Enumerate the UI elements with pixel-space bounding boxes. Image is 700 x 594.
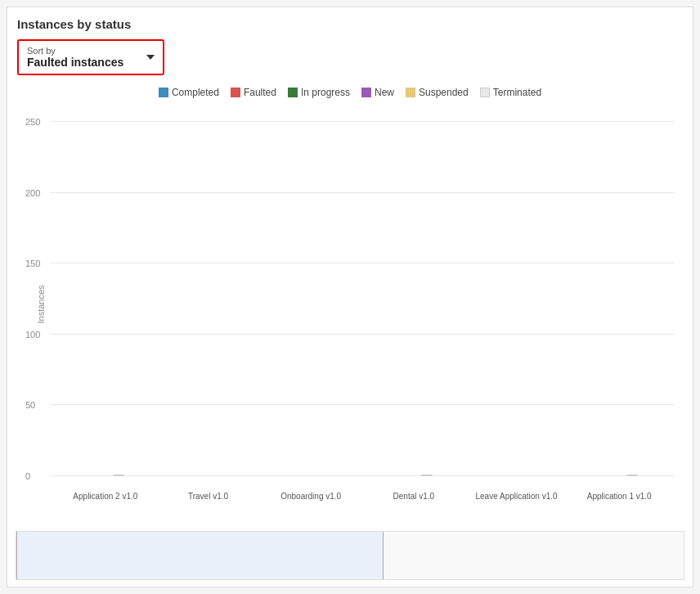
x-axis-label: Application 2 v1.0 bbox=[54, 492, 157, 501]
mini-chart bbox=[16, 531, 684, 580]
bar-terminated[interactable] bbox=[421, 475, 433, 476]
legend-label: In progress bbox=[301, 87, 350, 98]
chart-area: Instances 050100150200250 Application 2 … bbox=[50, 108, 675, 501]
legend-color-faulted bbox=[231, 88, 240, 97]
x-axis-label: Application 1 v1.0 bbox=[568, 492, 671, 501]
x-axis-label: Dental v1.0 bbox=[362, 492, 465, 501]
bar-group bbox=[362, 475, 465, 476]
main-card: Instances by status Sort by Faulted inst… bbox=[7, 7, 693, 587]
legend-label: Faulted bbox=[244, 87, 276, 98]
legend-color-completed bbox=[159, 88, 168, 97]
legend-label: Terminated bbox=[493, 87, 541, 98]
x-axis-label: Leave Application v1.0 bbox=[465, 492, 568, 501]
legend-label: Suspended bbox=[419, 87, 469, 98]
legend-label: Completed bbox=[172, 87, 219, 98]
bar-group bbox=[54, 475, 157, 476]
y-tick-label: 150 bbox=[25, 259, 40, 268]
legend-item-new: New bbox=[361, 87, 394, 98]
bars-container bbox=[50, 108, 675, 476]
y-tick-label: 200 bbox=[25, 188, 40, 198]
x-labels: Application 2 v1.0Travel v1.0Onboarding … bbox=[50, 492, 675, 501]
legend-color-new bbox=[361, 88, 371, 97]
bar-group bbox=[568, 475, 671, 476]
legend-item-suspended: Suspended bbox=[406, 87, 469, 98]
chart-legend: CompletedFaultedIn progressNewSuspendedT… bbox=[17, 87, 683, 98]
legend-item-in-progress: In progress bbox=[288, 87, 350, 98]
y-tick-label: 250 bbox=[25, 117, 40, 127]
x-axis-label: Travel v1.0 bbox=[157, 492, 260, 501]
page-title: Instances by status bbox=[17, 17, 683, 31]
sort-dropdown[interactable]: Sort by Faulted instances bbox=[17, 39, 164, 75]
x-axis-label: Onboarding v1.0 bbox=[259, 492, 362, 501]
legend-item-faulted: Faulted bbox=[231, 87, 276, 98]
sort-label: Sort by bbox=[27, 46, 138, 56]
legend-color-in-progress bbox=[288, 88, 298, 97]
y-tick-label: 0 bbox=[25, 471, 30, 481]
sort-value: Faulted instances bbox=[27, 56, 138, 69]
y-tick-label: 100 bbox=[25, 330, 40, 340]
legend-item-terminated: Terminated bbox=[480, 87, 541, 98]
legend-label: New bbox=[375, 87, 394, 98]
y-axis-label: Instances bbox=[36, 285, 46, 323]
bar-terminated[interactable] bbox=[626, 475, 638, 476]
y-tick-label: 50 bbox=[25, 400, 35, 410]
bar-terminated[interactable] bbox=[113, 475, 124, 476]
legend-color-suspended bbox=[406, 88, 415, 97]
chevron-down-icon bbox=[146, 55, 155, 60]
legend-color-terminated bbox=[480, 88, 490, 97]
legend-item-completed: Completed bbox=[159, 87, 219, 98]
